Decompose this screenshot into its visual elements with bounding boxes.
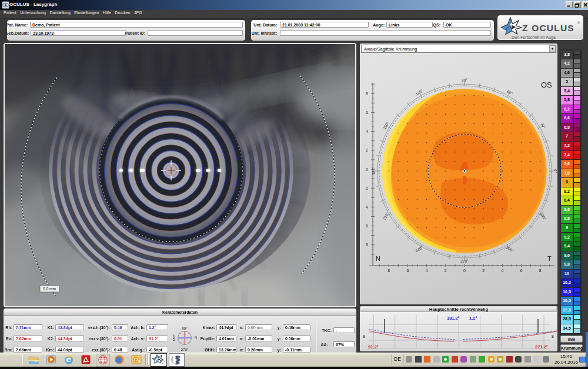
svg-text:4: 4 bbox=[501, 269, 503, 273]
svg-text:0°: 0° bbox=[553, 169, 557, 173]
svg-text:Hauptschnitte rechtwinkelig: Hauptschnitte rechtwinkelig bbox=[429, 307, 488, 312]
svg-text:2: 2 bbox=[445, 269, 447, 273]
svg-text:330°: 330° bbox=[539, 212, 547, 220]
svg-text:91.2°: 91.2° bbox=[368, 344, 379, 350]
svg-text:Den Fortschritt im Auge: Den Fortschritt im Auge bbox=[512, 35, 556, 40]
svg-text:4: 4 bbox=[426, 269, 428, 273]
svg-text:8: 8 bbox=[366, 92, 368, 96]
svg-text:0: 0 bbox=[463, 269, 466, 273]
svg-text:0: 0 bbox=[366, 167, 368, 172]
svg-text:6: 6 bbox=[520, 269, 523, 273]
svg-text:8: 8 bbox=[363, 334, 365, 338]
svg-text:8: 8 bbox=[552, 334, 554, 338]
svg-text:90°: 90° bbox=[182, 327, 188, 330]
svg-text:OS: OS bbox=[541, 80, 552, 89]
svg-text:180°: 180° bbox=[172, 334, 176, 341]
svg-text:4: 4 bbox=[366, 129, 368, 133]
svg-text:300°: 300° bbox=[506, 246, 514, 253]
svg-text:180°: 180° bbox=[372, 167, 376, 175]
svg-text:N: N bbox=[376, 255, 380, 262]
svg-text:210°: 210° bbox=[382, 212, 390, 220]
svg-text:271.2°: 271.2° bbox=[535, 344, 548, 350]
svg-text:0°: 0° bbox=[194, 336, 197, 340]
svg-text:8: 8 bbox=[366, 243, 368, 247]
svg-text:2: 2 bbox=[482, 269, 485, 273]
svg-text:8: 8 bbox=[387, 269, 390, 273]
svg-text:8: 8 bbox=[539, 269, 542, 273]
svg-text:Z OCULUS: Z OCULUS bbox=[522, 23, 574, 33]
svg-text:0.0 mm: 0.0 mm bbox=[43, 287, 56, 291]
svg-text:6: 6 bbox=[366, 224, 368, 228]
svg-text:270°: 270° bbox=[460, 259, 469, 263]
svg-text:270°: 270° bbox=[181, 348, 189, 351]
svg-text:®: ® bbox=[577, 21, 580, 25]
svg-text:6: 6 bbox=[406, 269, 409, 273]
svg-text:2: 2 bbox=[366, 186, 368, 190]
svg-text:1.2°: 1.2° bbox=[469, 316, 477, 321]
svg-text:4: 4 bbox=[366, 205, 368, 209]
svg-text:T: T bbox=[547, 255, 552, 262]
svg-text:O: O bbox=[133, 357, 138, 363]
svg-text:60°: 60° bbox=[506, 89, 513, 96]
svg-text:6: 6 bbox=[366, 110, 368, 115]
svg-text:240°: 240° bbox=[415, 245, 423, 253]
svg-text:2: 2 bbox=[366, 148, 368, 152]
svg-text:181.2°: 181.2° bbox=[447, 316, 460, 321]
svg-text:90°: 90° bbox=[462, 78, 467, 82]
svg-text:30°: 30° bbox=[540, 122, 546, 129]
